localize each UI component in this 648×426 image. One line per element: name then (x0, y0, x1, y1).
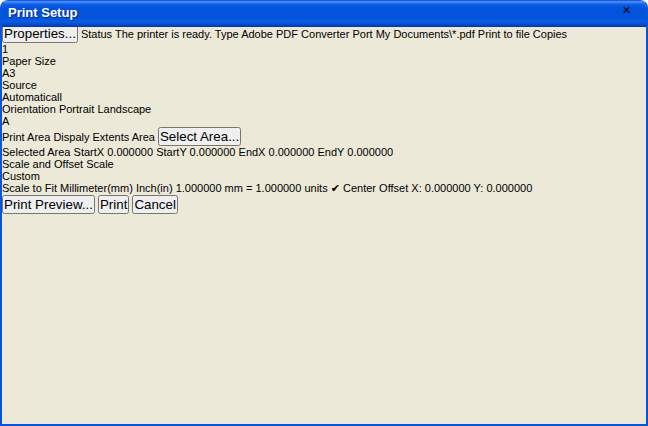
orientation-group: Orientation Portrait Landscape A (2, 103, 646, 127)
check-icon: ✔ (331, 182, 340, 194)
endx-label: EndX (239, 146, 266, 158)
inch-radio-label: Inch(in) (136, 182, 173, 194)
starty-label: StartY (156, 146, 186, 158)
mm-value-input[interactable]: 1.000000 (176, 182, 222, 194)
endx-field[interactable]: 0.000000 (269, 146, 315, 158)
paper-size-value: A3 (2, 67, 15, 79)
endy-field[interactable]: 0.000000 (347, 146, 393, 158)
units-unit-label: units (304, 182, 327, 194)
printer-port-value: My Documents\*.pdf (376, 28, 475, 40)
copies-value: 1 (2, 43, 8, 55)
center-label: Center (343, 182, 376, 194)
selected-area-group: Selected Area StartX 0.000000 StartY 0.0… (2, 146, 646, 158)
selected-area-group-caption: Selected Area (2, 146, 71, 158)
cancel-button[interactable]: Cancel (132, 195, 178, 214)
paper-group: Paper Size A3 Source Automaticall (2, 55, 646, 103)
paper-source-label: Source (2, 79, 37, 91)
select-area-button[interactable]: Select Area... (158, 127, 241, 146)
orientation-preview-icon: A (2, 115, 646, 127)
area-radio-label: Area (132, 131, 155, 143)
endy-label: EndY (317, 146, 344, 158)
mm-unit-label: mm (225, 182, 243, 194)
orientation-group-caption: Orientation (2, 103, 56, 115)
startx-label: StartX (74, 146, 105, 158)
printer-type-label: Type (215, 28, 239, 40)
print-setup-dialog: Print Setup ✕ Printer Name Adobe PDF Pro… (0, 0, 648, 426)
window-title: Print Setup (8, 0, 77, 26)
portrait-label: Portrait (59, 103, 94, 115)
copies-stepper[interactable]: 1 (2, 43, 646, 55)
scale-label: Scale (86, 158, 114, 170)
millimeter-radio-label: Millimeter(mm) (60, 182, 133, 194)
printer-status-value: The printer is ready. (115, 28, 212, 40)
paper-source-value: Automaticall (2, 91, 62, 103)
offset-x-field: 0.000000 (425, 182, 471, 194)
close-icon: ✕ (622, 4, 631, 16)
paper-source-select[interactable]: Automaticall (2, 91, 646, 103)
titlebar[interactable]: Print Setup ✕ (0, 0, 648, 27)
paper-size-select[interactable]: A3 (2, 67, 646, 79)
paper-group-caption: Paper (2, 55, 31, 67)
units-value-input[interactable]: 1.000000 (255, 182, 301, 194)
orientation-letter: A (2, 115, 9, 127)
close-button[interactable]: ✕ (622, 4, 643, 24)
scale-to-fit-label: Scale to Fit (2, 182, 57, 194)
display-radio-label: Dispaly (53, 131, 89, 143)
print-button[interactable]: Print (98, 195, 129, 214)
print-area-group: Print Area Dispaly Extents Area Select A… (2, 127, 646, 146)
paper-size-label: Size (34, 55, 55, 67)
offset-y-field: 0.000000 (486, 182, 532, 194)
scale-offset-group-caption: Scale and Offset (2, 158, 83, 170)
offset-x-label: Offset X: (379, 182, 422, 194)
print-preview-button[interactable]: Print Preview... (2, 195, 95, 214)
copies-label: Copies (533, 28, 567, 40)
extents-radio-label: Extents (93, 131, 130, 143)
center-checkbox[interactable]: ✔ (331, 182, 343, 194)
starty-field[interactable]: 0.000000 (190, 146, 236, 158)
printer-type-value: Adobe PDF Converter (241, 28, 349, 40)
offset-y-label: Y: (474, 182, 484, 194)
startx-field[interactable]: 0.000000 (107, 146, 153, 158)
scale-select[interactable]: Custom (2, 170, 646, 182)
scale-value: Custom (2, 170, 40, 182)
scale-offset-group: Scale and Offset Scale Custom Scale to F… (2, 158, 646, 195)
printer-port-label: Port (352, 28, 372, 40)
print-to-file-label: Print to file (478, 28, 530, 40)
print-area-group-caption: Print Area (2, 131, 50, 143)
landscape-label: Landscape (97, 103, 151, 115)
printer-status-label: Status (81, 28, 112, 40)
equals-sign: = (246, 182, 252, 194)
